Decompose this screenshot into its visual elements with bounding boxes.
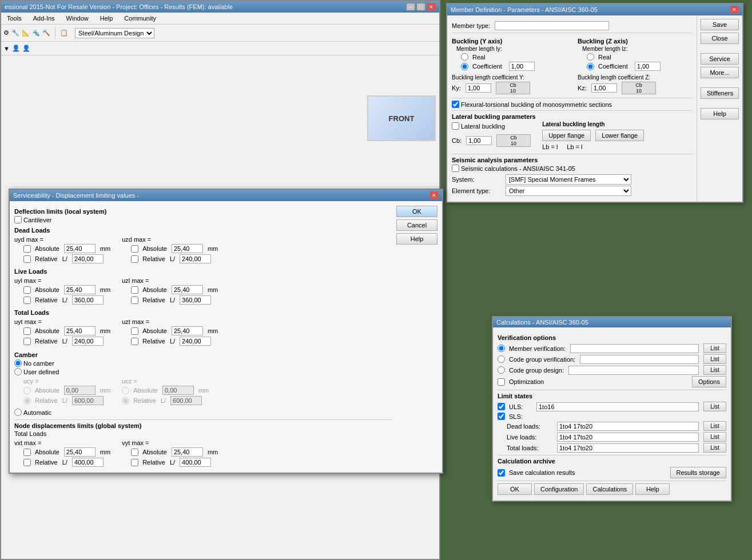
no-camber-radio[interactable] (14, 359, 22, 367)
toolbar-icon-2[interactable]: 🔧 (11, 29, 19, 37)
ly-value-input[interactable] (509, 62, 535, 71)
serviceability-close-x[interactable]: ✕ (429, 191, 439, 199)
code-group-design-input[interactable] (568, 366, 699, 375)
total-loads-calc-input[interactable] (557, 443, 699, 453)
toolbar-icon-6[interactable]: 📋 (60, 29, 68, 37)
lz-value-input[interactable] (635, 62, 661, 71)
code-group-verification-radio[interactable] (498, 355, 505, 363)
lower-flange-button[interactable]: Lower flange (595, 130, 644, 141)
real-y-radio[interactable] (461, 53, 468, 61)
live-rel-y-input[interactable] (72, 295, 104, 305)
toolbar-icon-1[interactable]: ⚙ (3, 29, 9, 37)
code-group-verification-list-btn[interactable]: List (703, 354, 726, 364)
dead-abs-z-input[interactable] (172, 244, 203, 253)
results-storage-button[interactable]: Results storage (670, 467, 726, 478)
ky-input[interactable] (465, 83, 491, 93)
code-group-verification-input[interactable] (580, 355, 699, 364)
vxt-rel-checkbox[interactable] (23, 459, 31, 466)
svc-help-button[interactable]: Help (396, 233, 437, 245)
code-group-design-list-btn[interactable]: List (703, 365, 726, 375)
ky-coeff-button[interactable]: Cb10 (496, 82, 530, 94)
member-def-close-x[interactable]: ✕ (730, 6, 739, 14)
uls-checkbox[interactable] (498, 403, 505, 410)
code-group-design-radio[interactable] (498, 366, 505, 374)
sub-icon-3[interactable]: 👤 (22, 45, 30, 52)
minimize-button[interactable]: ─ (406, 3, 415, 11)
cancel-button[interactable]: Cancel (396, 219, 437, 231)
dead-abs-z-checkbox[interactable] (131, 245, 138, 253)
service-button[interactable]: Service (701, 53, 739, 65)
vyt-rel-checkbox[interactable] (131, 459, 138, 466)
member-type-input[interactable] (495, 21, 609, 30)
total-rel-y-checkbox[interactable] (23, 338, 31, 345)
stiffeners-button[interactable]: Stiffeners (701, 87, 739, 99)
options-button[interactable]: Options (692, 376, 726, 387)
menu-addins[interactable]: Add-Ins (30, 14, 58, 23)
vyt-abs-input[interactable] (172, 447, 203, 457)
dead-abs-y-input[interactable] (64, 244, 96, 253)
optimization-checkbox[interactable] (498, 378, 505, 386)
member-verification-radio[interactable] (498, 345, 505, 352)
uls-input[interactable] (536, 402, 699, 411)
sub-icon-1[interactable]: ▼ (3, 45, 10, 52)
total-rel-y-input[interactable] (72, 337, 104, 346)
vxt-rel-input[interactable] (72, 458, 104, 467)
cb-coeff-button[interactable]: Cb10 (496, 134, 531, 147)
ok-button[interactable]: OK (396, 206, 437, 217)
uls-list-btn[interactable]: List (703, 402, 726, 411)
more-button[interactable]: More... (701, 67, 739, 78)
vxt-abs-input[interactable] (64, 447, 96, 457)
design-dropdown[interactable]: Steel/Aluminum Design (75, 28, 154, 38)
live-abs-z-checkbox[interactable] (131, 286, 138, 294)
user-defined-radio[interactable] (14, 368, 22, 375)
configuration-button[interactable]: Configuration (534, 483, 584, 495)
vyt-rel-input[interactable] (180, 458, 211, 467)
dead-abs-y-checkbox[interactable] (23, 245, 31, 253)
dead-rel-z-input[interactable] (180, 254, 211, 263)
total-abs-z-checkbox[interactable] (131, 327, 138, 335)
calc-help-button[interactable]: Help (635, 483, 670, 495)
member-def-help-button[interactable]: Help (701, 108, 739, 119)
system-select[interactable]: [SMF] Special Moment Frames (506, 174, 631, 185)
calc-ok-button[interactable]: OK (498, 483, 532, 495)
total-loads-list-btn[interactable]: List (703, 443, 726, 453)
restore-button[interactable]: □ (416, 3, 425, 11)
upper-flange-button[interactable]: Upper flange (542, 130, 591, 141)
real-z-radio[interactable] (587, 53, 594, 61)
live-rel-y-checkbox[interactable] (23, 297, 31, 304)
sub-icon-2[interactable]: 👤 (12, 45, 20, 52)
live-loads-list-btn[interactable]: List (703, 432, 726, 442)
seismic-checkbox[interactable] (452, 165, 459, 172)
menu-community[interactable]: Community (121, 14, 160, 23)
element-type-select[interactable]: Other (506, 186, 631, 196)
coefficient-y-radio[interactable] (461, 63, 468, 70)
cb-input[interactable] (466, 136, 492, 145)
live-rel-z-input[interactable] (180, 295, 211, 305)
dead-loads-list-btn[interactable]: List (703, 421, 726, 431)
live-rel-z-checkbox[interactable] (131, 297, 138, 304)
coefficient-z-radio[interactable] (587, 63, 594, 70)
kz-coeff-button[interactable]: Cb10 (622, 82, 656, 94)
member-verification-list-btn[interactable]: List (703, 343, 726, 353)
total-rel-z-input[interactable] (180, 337, 211, 346)
toolbar-icon-5[interactable]: 🔨 (42, 29, 50, 37)
cantilever-checkbox[interactable] (14, 216, 22, 223)
close-button[interactable]: ✕ (427, 3, 436, 11)
vxt-abs-checkbox[interactable] (23, 449, 31, 456)
toolbar-icon-3[interactable]: 📐 (22, 29, 30, 37)
menu-tools[interactable]: Tools (3, 14, 25, 23)
automatic-radio[interactable] (14, 409, 22, 416)
toolbar-icon-4[interactable]: 🔩 (32, 29, 40, 37)
live-abs-z-input[interactable] (172, 285, 203, 294)
member-verification-input[interactable] (570, 344, 699, 353)
menu-window[interactable]: Window (63, 14, 92, 23)
save-results-checkbox[interactable] (498, 469, 505, 477)
live-abs-y-input[interactable] (64, 285, 96, 294)
kz-input[interactable] (591, 83, 617, 93)
menu-help[interactable]: Help (97, 14, 117, 23)
total-rel-z-checkbox[interactable] (131, 338, 138, 345)
dead-rel-y-input[interactable] (72, 254, 104, 263)
flexural-torsional-checkbox[interactable] (452, 101, 459, 108)
live-abs-y-checkbox[interactable] (23, 286, 31, 294)
dead-loads-calc-input[interactable] (557, 422, 699, 431)
